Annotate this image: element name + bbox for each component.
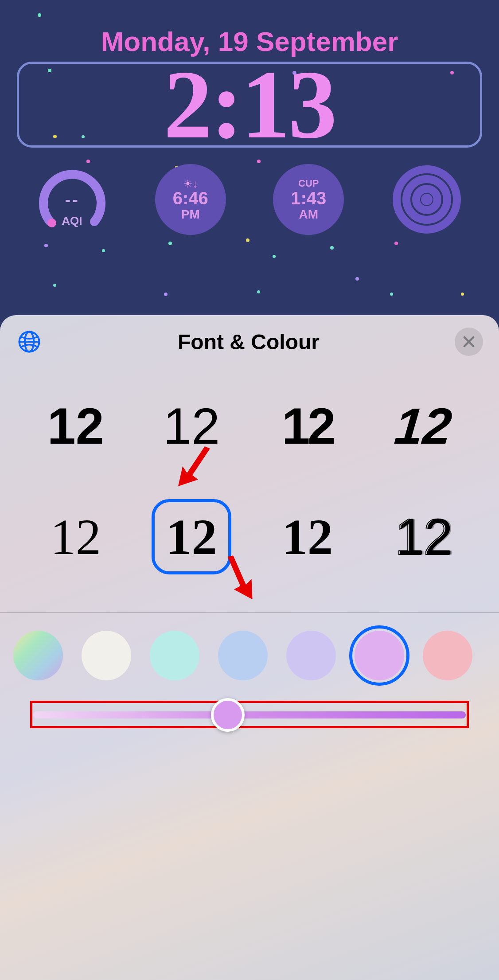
star-dot [168, 242, 172, 245]
widget-activity-rings[interactable] [387, 160, 467, 239]
font-sample: 12 [163, 401, 220, 452]
star-dot [273, 255, 276, 258]
svg-point-4 [421, 194, 433, 205]
aqi-label: AQI [62, 214, 108, 228]
star-dot [330, 246, 334, 250]
sheet-title: Font & Colour [178, 330, 320, 354]
aqi-value: -- [37, 191, 108, 210]
star-dot [461, 293, 464, 296]
star-dot [390, 293, 393, 296]
globe-icon [17, 330, 41, 354]
font-option-8[interactable]: 12 [383, 499, 463, 574]
color-row[interactable] [0, 613, 499, 694]
font-option-1[interactable]: 12 [36, 388, 116, 464]
color-swatch-gradient[interactable] [13, 631, 63, 680]
world-clock-time: 1:43 [291, 188, 326, 208]
sunset-period: PM [181, 207, 200, 222]
sheet-header: Font & Colour [0, 315, 499, 368]
font-option-3[interactable]: 12 [268, 388, 347, 464]
sunset-time: 6:46 [173, 188, 208, 208]
close-button[interactable] [455, 328, 483, 356]
star-dot [38, 13, 41, 17]
star-dot [394, 242, 398, 245]
color-swatch-white[interactable] [82, 631, 131, 680]
color-swatch-teal[interactable] [150, 631, 199, 680]
widget-sunset[interactable]: ☀↓ 6:46 PM [151, 160, 230, 239]
tint-slider[interactable] [33, 711, 466, 718]
font-sample: 12 [47, 401, 104, 452]
font-option-7[interactable]: 12 [268, 499, 347, 574]
star-dot [355, 277, 359, 281]
font-sample: 12 [393, 401, 454, 452]
star-dot [44, 244, 48, 247]
color-swatch-lavender[interactable] [286, 631, 336, 680]
star-dot [53, 284, 56, 287]
star-dot [257, 290, 260, 293]
font-option-4[interactable]: 12 [383, 388, 463, 464]
star-dot [102, 249, 105, 252]
tint-slider-thumb[interactable] [211, 698, 245, 732]
close-icon [462, 335, 476, 348]
color-swatch-pink[interactable] [355, 631, 404, 680]
font-option-6[interactable]: 12 [152, 499, 231, 574]
font-sample: 12 [166, 511, 217, 562]
color-swatch-rose[interactable] [423, 631, 472, 680]
svg-point-0 [47, 219, 56, 227]
font-sample: 12 [282, 401, 333, 452]
widget-world-clock[interactable]: CUP 1:43 AM [269, 160, 348, 239]
world-clock-period: AM [299, 207, 318, 222]
font-grid: 12 12 12 12 12 12 12 12 [0, 368, 499, 612]
color-swatch-blue[interactable] [218, 631, 268, 680]
star-dot [164, 293, 168, 296]
world-clock-city: CUP [298, 178, 319, 189]
tint-slider-area [0, 694, 499, 745]
font-sample: 12 [50, 511, 101, 562]
font-sample: 12 [282, 511, 333, 562]
font-colour-sheet: Font & Colour 12 12 12 12 12 12 12 12 [0, 315, 499, 980]
font-option-5[interactable]: 12 [36, 499, 116, 574]
clock-time: 2:13 [164, 56, 335, 153]
font-option-2[interactable]: 12 [152, 388, 231, 464]
widget-row: -- AQI ☀↓ 6:46 PM CUP 1:43 AM [0, 160, 499, 239]
widget-aqi[interactable]: -- AQI [32, 160, 112, 239]
numerals-locale-button[interactable] [16, 328, 43, 355]
clock-editor-box[interactable]: 2:13 [17, 62, 482, 148]
font-sample: 12 [395, 511, 452, 562]
